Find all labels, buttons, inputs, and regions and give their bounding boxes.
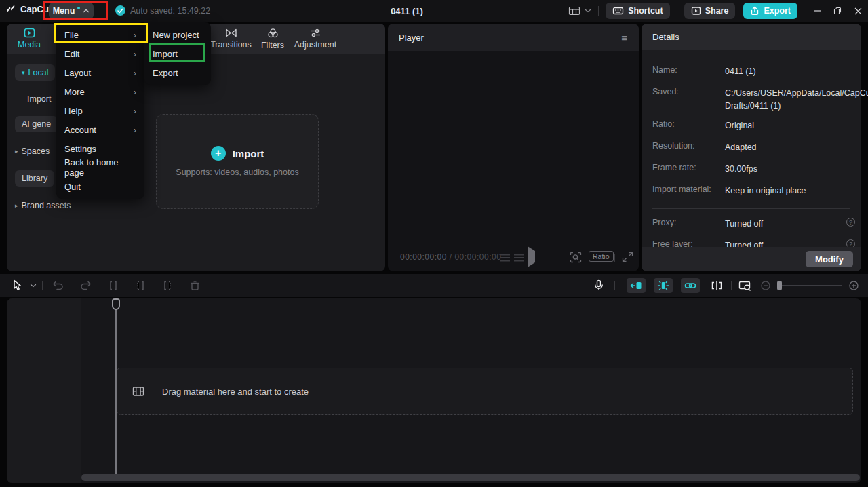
timeline-area[interactable]: Drag material here and start to create bbox=[7, 298, 861, 483]
ratio-button[interactable]: Ratio bbox=[589, 251, 614, 262]
sidebar-item-ai-generated-label: AI gene bbox=[22, 119, 51, 129]
split-icon[interactable] bbox=[106, 278, 121, 293]
menu-item-label: Back to home page bbox=[64, 157, 136, 178]
timeline-zoom-slider[interactable] bbox=[777, 285, 842, 286]
menu-item-account[interactable]: Account › bbox=[56, 120, 144, 139]
keyboard-icon bbox=[612, 6, 624, 16]
menu-item-label: Account bbox=[64, 125, 96, 135]
chevron-down-icon[interactable] bbox=[26, 278, 41, 293]
restore-button[interactable] bbox=[827, 0, 848, 22]
share-icon bbox=[691, 6, 701, 16]
redo-icon[interactable] bbox=[78, 278, 93, 293]
playhead-handle[interactable] bbox=[112, 298, 120, 310]
titlebar-actions: Shortcut Share Export bbox=[568, 0, 868, 22]
undo-icon[interactable] bbox=[51, 278, 66, 293]
link-toggle[interactable] bbox=[681, 278, 700, 293]
fullscreen-icon[interactable] bbox=[622, 252, 633, 262]
export-button[interactable]: Export bbox=[743, 3, 797, 19]
menu-item-label: New project bbox=[153, 30, 199, 40]
details-row-proxy: Proxy: Turned off ? bbox=[652, 218, 850, 231]
help-icon[interactable]: ? bbox=[846, 218, 855, 227]
modify-button[interactable]: Modify bbox=[806, 251, 853, 267]
submenu-item-export[interactable]: Export bbox=[144, 63, 211, 82]
details-row-saved: Saved: C:/Users/USER/AppData/Local/CapCu… bbox=[652, 87, 850, 113]
horizontal-scrollbar[interactable] bbox=[81, 474, 860, 481]
delete-icon[interactable] bbox=[187, 278, 202, 293]
player-header: Player ≡ bbox=[388, 24, 639, 51]
divider bbox=[652, 208, 850, 209]
row-value: Keep in original place bbox=[725, 184, 850, 197]
close-button[interactable] bbox=[848, 0, 868, 22]
media-import-dropzone[interactable]: + Import Supports: videos, audios, photo… bbox=[156, 114, 319, 209]
menu-item-quit[interactable]: Quit bbox=[56, 177, 144, 196]
menu-item-settings[interactable]: Settings bbox=[56, 139, 144, 158]
preview-axis-icon[interactable] bbox=[709, 278, 724, 293]
sidebar-item-import-label: Import bbox=[27, 94, 51, 104]
menu-item-more[interactable]: More › bbox=[56, 82, 144, 101]
tab-filters[interactable]: Filters bbox=[256, 28, 289, 50]
timecode-current: 00:00:00:00 bbox=[400, 252, 447, 262]
sidebar-item-library[interactable]: Library bbox=[15, 170, 54, 187]
row-label: Saved: bbox=[652, 87, 725, 113]
sidebar-item-spaces[interactable]: ▸ Spaces bbox=[15, 147, 50, 156]
tab-media[interactable]: Media bbox=[18, 28, 41, 50]
menu-item-layout[interactable]: Layout › bbox=[56, 63, 144, 82]
minimize-button[interactable] bbox=[807, 0, 827, 22]
divider bbox=[598, 6, 599, 16]
row-label: Frame rate: bbox=[652, 163, 725, 176]
caret-right-icon: ▸ bbox=[15, 148, 18, 155]
sidebar-item-library-label: Library bbox=[22, 174, 47, 183]
frame-list-icon[interactable] bbox=[500, 254, 525, 262]
zoom-out-icon[interactable] bbox=[758, 278, 773, 293]
menu-item-edit[interactable]: Edit › bbox=[56, 44, 144, 63]
row-label: Resolution: bbox=[652, 141, 725, 154]
select-tool-icon[interactable] bbox=[9, 278, 24, 293]
tab-transitions-label: Transitions bbox=[210, 40, 252, 50]
details-row-import-material: Import material: Keep in original place bbox=[652, 184, 850, 197]
details-title: Details bbox=[652, 32, 679, 42]
sidebar-item-import[interactable]: Import bbox=[27, 94, 51, 104]
layout-panels-icon[interactable] bbox=[568, 5, 580, 16]
shortcut-button[interactable]: Shortcut bbox=[606, 3, 669, 19]
sidebar-item-local[interactable]: ▾ Local bbox=[15, 64, 55, 81]
tab-adjustment[interactable]: Adjustment bbox=[288, 28, 342, 50]
player-title: Player bbox=[399, 33, 424, 43]
auto-snap-toggle[interactable] bbox=[654, 278, 673, 293]
capcut-window: CapCut Menu Auto saved: 15:49:22 0411 (1… bbox=[0, 0, 868, 487]
autosave-status: Auto saved: 15:49:22 bbox=[115, 5, 210, 16]
import-hint: Supports: videos, audios, photos bbox=[176, 168, 298, 177]
menu-item-label: Settings bbox=[64, 144, 96, 154]
menu-item-label: Edit bbox=[64, 49, 79, 59]
menu-item-back-to-home[interactable]: Back to home page bbox=[56, 158, 144, 177]
hamburger-menu-icon[interactable]: ≡ bbox=[621, 32, 628, 43]
timeline-view-options-icon[interactable] bbox=[738, 278, 753, 293]
sidebar-item-ai-generated[interactable]: AI gene bbox=[15, 116, 58, 132]
shortcut-label: Shortcut bbox=[628, 6, 663, 16]
main-track-magnet-toggle[interactable] bbox=[627, 278, 646, 293]
media-icon bbox=[24, 28, 35, 38]
record-voiceover-icon[interactable] bbox=[591, 278, 606, 293]
share-button[interactable]: Share bbox=[684, 3, 736, 19]
sidebar-item-brand-assets[interactable]: ▸ Brand assets bbox=[15, 201, 71, 210]
divider bbox=[42, 281, 43, 290]
autosave-text: Auto saved: 15:49:22 bbox=[130, 6, 210, 16]
menu-item-help[interactable]: Help › bbox=[56, 101, 144, 120]
chevron-down-icon[interactable] bbox=[585, 8, 591, 14]
divider bbox=[614, 254, 615, 262]
delete-right-icon[interactable] bbox=[160, 278, 175, 293]
zoom-fit-icon[interactable] bbox=[570, 252, 582, 263]
delete-left-icon[interactable] bbox=[133, 278, 148, 293]
play-icon[interactable] bbox=[528, 251, 535, 263]
adjustment-icon bbox=[309, 28, 321, 38]
filters-icon bbox=[267, 28, 279, 39]
zoom-in-icon[interactable] bbox=[846, 278, 861, 293]
divider bbox=[677, 6, 677, 16]
timeline-zoom-handle[interactable] bbox=[777, 281, 782, 290]
submenu-item-new-project[interactable]: New project bbox=[144, 25, 211, 44]
track-header-column bbox=[7, 298, 81, 483]
timeline-dropzone[interactable]: Drag material here and start to create bbox=[117, 368, 853, 415]
timecode: 00:00:00:00 / 00:00:00:00 bbox=[400, 252, 501, 262]
details-row-name: Name: 0411 (1) bbox=[652, 65, 850, 78]
capcut-logo-icon bbox=[5, 3, 16, 14]
menu-item-label: Help bbox=[64, 106, 83, 116]
